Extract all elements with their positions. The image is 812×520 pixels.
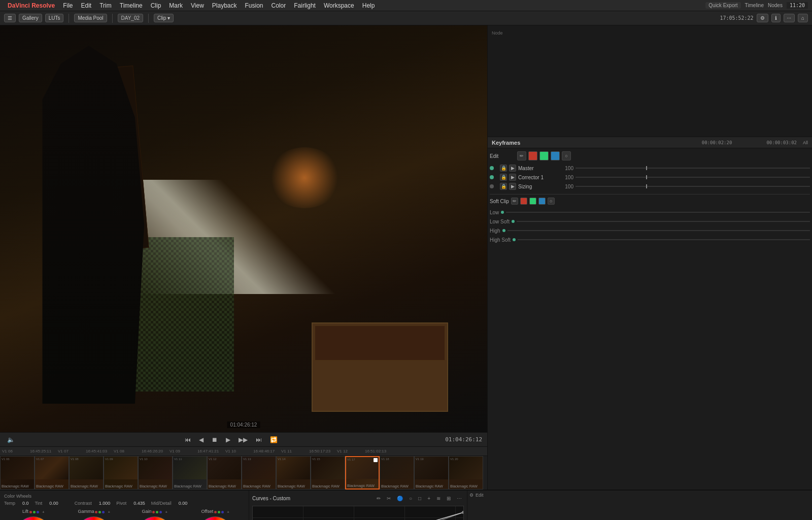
clip-thumb[interactable]: V1 20 Blackmagic RAW [449,456,483,490]
kf-all[interactable]: All [803,140,808,145]
luts-btn[interactable]: LUTs [45,14,64,22]
ruler-mark: 16:51:02:13 [365,449,393,453]
sizing-expand[interactable]: ▶ [509,183,516,190]
gamma-expand[interactable]: + [108,510,110,514]
curves-circle[interactable]: ○ [407,495,414,502]
gain-expand[interactable]: + [165,510,167,514]
fairlight-menu[interactable]: Fairlight [290,1,319,10]
view-menu[interactable]: View [187,1,208,10]
day-selector[interactable]: DAY_02 [118,14,144,22]
clip-thumb[interactable]: V1 07 Blackmagic RAW [35,456,69,490]
lift-wheel[interactable] [16,516,51,520]
mid-detail-value[interactable]: 0.00 [179,501,188,506]
curves-square[interactable]: □ [416,495,423,502]
trim-menu[interactable]: Trim [96,1,115,10]
skip-end-btn[interactable]: ⏭ [254,435,264,444]
clip-thumb[interactable]: V1 14 Blackmagic RAW [276,456,311,490]
temp-value[interactable]: 0.0 [22,501,29,506]
app-menu[interactable]: DaVinci Resolve [4,1,58,10]
soft-clip-header: Soft Clip ✏ ○ [490,198,810,205]
clip-thumb[interactable]: V1 18 Blackmagic RAW [380,456,414,490]
keyframes-panel: Keyframes 00:00:02:20 00:00:03:02 All Ed… [488,137,812,490]
quick-export[interactable]: Quick Export [705,2,740,9]
curves-crosshair[interactable]: + [425,495,432,502]
clip-thumb[interactable]: V1 11 Blackmagic RAW [173,456,207,490]
video-preview[interactable]: 01:04:26:12 [0,25,487,432]
master-expand[interactable]: ▶ [509,165,516,172]
edit-green-btn[interactable] [539,151,549,160]
volume-btn[interactable]: 🔈 [5,435,17,444]
curves-area[interactable] [252,506,464,520]
media-pool-btn[interactable]: ☰ [4,14,16,22]
offset-expand[interactable]: + [227,510,229,514]
low-slider[interactable] [506,212,810,213]
workspace-menu[interactable]: Workspace [320,1,358,10]
curves-scissors[interactable]: ✂ [385,495,393,502]
skip-start-btn[interactable]: ⏮ [183,435,193,444]
edit-blue-btn[interactable] [551,151,560,160]
settings-btn[interactable]: ⚙ [757,14,768,22]
high-dot [502,229,505,232]
high-soft-slider[interactable] [518,239,810,240]
color-menu[interactable]: Color [268,1,290,10]
gain-wheel[interactable] [137,516,173,520]
clip-thumb[interactable]: V1 08 Blackmagic RAW [69,456,104,490]
high-slider[interactable] [507,230,810,231]
curves-dots[interactable]: ⋯ [455,495,464,502]
clip-thumb-selected[interactable]: V1 17 Blackmagic RAW [345,456,380,490]
edit-menu[interactable]: Edit [78,1,95,10]
mark-menu[interactable]: Mark [165,1,186,10]
gain-red-dot [152,511,155,513]
play-btn[interactable]: ▶ [224,435,232,444]
info-btn[interactable]: ℹ [771,14,781,22]
curves-wave[interactable]: ≋ [434,495,443,502]
fusion-menu[interactable]: Fusion [242,1,267,10]
clip-menu[interactable]: Clip [147,1,165,10]
next-frame-btn[interactable]: ▶▶ [236,435,250,444]
low-soft-slider[interactable] [517,221,810,222]
soft-clip-pencil[interactable]: ✏ [511,198,518,205]
playback-menu[interactable]: Playback [209,1,241,10]
contrast-value[interactable]: 1.000 [99,501,111,506]
soft-clip-green[interactable] [529,198,536,205]
home-btn[interactable]: ⌂ [798,14,808,22]
media-pool-icon[interactable]: Media Pool [74,14,107,22]
corrector-expand[interactable]: ▶ [509,174,516,181]
help-menu[interactable]: Help [359,1,379,10]
more-btn[interactable]: ··· [784,14,795,22]
timeline-menu[interactable]: Timeline [116,1,146,10]
soft-clip-red[interactable] [520,198,527,205]
offset-wheel[interactable] [197,516,233,520]
clip-thumb[interactable]: V1 09 Blackmagic RAW [104,456,138,490]
stop-btn[interactable]: ⏹ [210,435,220,444]
corrector-lock[interactable]: 🔒 [500,174,507,181]
clip-thumb[interactable]: V1 15 Blackmagic RAW [311,456,345,490]
edit-red-btn[interactable] [528,151,537,160]
soft-clip-blue[interactable] [538,198,546,205]
gamma-wheel[interactable] [76,516,112,520]
tint-value[interactable]: 0.00 [49,501,58,506]
gain-label: Gain [142,509,151,514]
pivot-value[interactable]: 0.435 [133,501,145,506]
clip-thumb[interactable]: V1 12 Blackmagic RAW [207,456,242,490]
lift-expand[interactable]: + [42,510,45,514]
soft-clip-circle[interactable]: ○ [548,198,555,205]
clip-mode-btn[interactable]: Clip ▾ [154,14,174,22]
edit-circle-btn[interactable]: ○ [562,151,571,160]
gallery-btn[interactable]: Gallery [19,14,42,22]
sizing-track: 🔒 ▶ Sizing 100 [490,182,810,191]
clip-thumb[interactable]: V1 13 Blackmagic RAW [242,456,276,490]
extra-edit[interactable]: Edit [476,493,484,498]
curves-grid[interactable]: ⊞ [445,495,453,502]
edit-pencil-btn[interactable]: ✏ [517,151,526,160]
sizing-lock[interactable]: 🔒 [500,183,507,190]
curves-pen[interactable]: ✏ [375,495,383,502]
curves-eyedropper[interactable]: 🔵 [395,495,405,502]
file-menu[interactable]: File [59,1,76,10]
master-lock[interactable]: 🔒 [500,165,507,172]
loop-btn[interactable]: 🔁 [268,435,280,444]
clip-thumb[interactable]: V1 19 Blackmagic RAW [414,456,449,490]
prev-frame-btn[interactable]: ◀ [197,435,206,444]
clip-thumb[interactable]: V1 10 Blackmagic RAW [138,456,173,490]
clip-thumb[interactable]: V1 06 Blackmagic RAW [0,456,35,490]
